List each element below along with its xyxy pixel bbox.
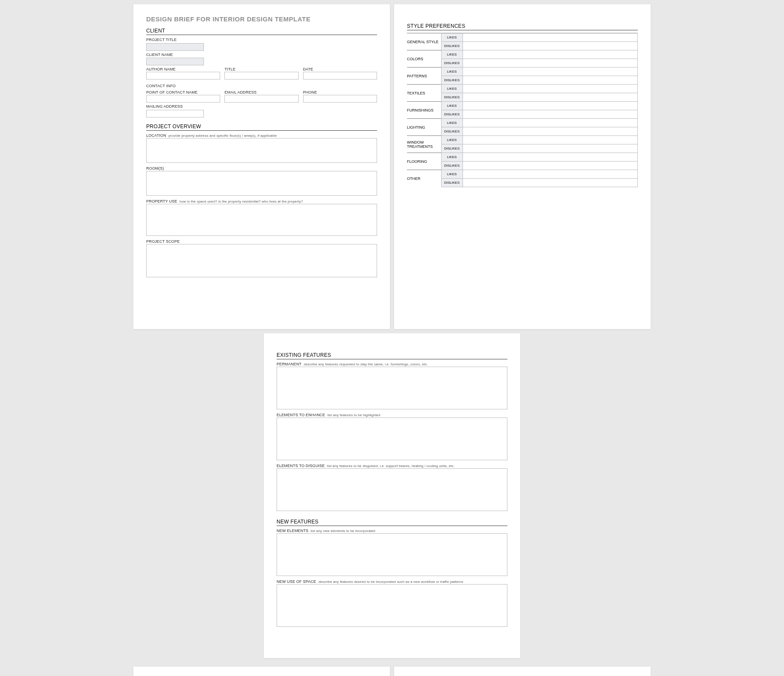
label-property-use: PROPERTY USE how is the space used? is t…	[146, 199, 377, 203]
label-likes: LIKES	[441, 33, 463, 42]
cat-flooring: FLOORING	[407, 153, 441, 170]
cat-patterns: PATTERNS	[407, 68, 441, 85]
page-style-preferences: STYLE PREFERENCES GENERAL STYLE LIKES DI…	[394, 4, 651, 329]
input-permanent[interactable]	[277, 367, 507, 409]
label-mailing-address: MAILING ADDRESS	[146, 104, 377, 109]
label-email: EMAIL ADDRESS	[224, 90, 298, 94]
input-other-dislikes[interactable]	[463, 179, 638, 187]
cat-other: OTHER	[407, 170, 441, 187]
label-phone: PHONE	[303, 90, 377, 94]
input-textiles-dislikes[interactable]	[463, 93, 638, 102]
label-date: DATE	[303, 67, 377, 71]
input-general-likes[interactable]	[463, 33, 638, 42]
cat-textiles: TEXTILES	[407, 85, 441, 102]
input-colors-dislikes[interactable]	[463, 59, 638, 68]
input-new-use[interactable]	[277, 584, 507, 627]
page-schedule-budget: SCHEDULE SCHEDULE OVERVIEW IMPORTANT MIL…	[394, 667, 651, 676]
label-title: TITLE	[224, 67, 298, 71]
label-enhance: ELEMENTS TO ENHANCE list any features to…	[277, 413, 507, 417]
input-other-likes[interactable]	[463, 170, 638, 179]
page-client: DESIGN BRIEF FOR INTERIOR DESIGN TEMPLAT…	[133, 4, 390, 329]
label-contact-info: CONTACT INFO	[146, 84, 377, 88]
label-client-name: CLIENT NAME	[146, 53, 377, 57]
label-dislikes: DISLIKES	[441, 42, 463, 50]
input-property-use[interactable]	[146, 204, 377, 236]
input-email[interactable]	[224, 95, 298, 103]
input-project-title[interactable]	[146, 43, 204, 51]
section-client: CLIENT	[146, 28, 377, 35]
input-general-dislikes[interactable]	[463, 42, 638, 50]
cat-general: GENERAL STYLE	[407, 33, 441, 50]
input-lighting-dislikes[interactable]	[463, 127, 638, 136]
label-disguise: ELEMENTS TO DISGUISE list any features t…	[277, 464, 507, 468]
input-furnishings-likes[interactable]	[463, 102, 638, 110]
label-permanent: PERMANENT describe any features requeste…	[277, 362, 507, 366]
input-enhance[interactable]	[277, 417, 507, 460]
input-phone[interactable]	[303, 95, 377, 103]
input-disguise[interactable]	[277, 468, 507, 511]
input-flooring-dislikes[interactable]	[463, 162, 638, 170]
label-location: LOCATION provide property address and sp…	[146, 133, 377, 138]
label-new-elements: NEW ELEMENTS list any new elements to be…	[277, 529, 507, 533]
label-project-scope: PROJECT SCOPE	[146, 239, 377, 244]
label-new-use: NEW USE OF SPACE describe any features d…	[277, 579, 507, 584]
label-rooms: ROOM(S)	[146, 166, 377, 170]
input-mailing-address[interactable]	[146, 110, 204, 118]
cat-furnishings: FURNISHINGS	[407, 102, 441, 119]
document-title: DESIGN BRIEF FOR INTERIOR DESIGN TEMPLAT…	[146, 15, 377, 23]
input-author-name[interactable]	[146, 72, 220, 79]
input-colors-likes[interactable]	[463, 50, 638, 59]
input-textiles-likes[interactable]	[463, 85, 638, 93]
input-flooring-likes[interactable]	[463, 153, 638, 162]
input-poc-name[interactable]	[146, 95, 220, 103]
section-project-overview: PROJECT OVERVIEW	[146, 123, 377, 131]
input-furnishings-dislikes[interactable]	[463, 110, 638, 119]
page-features: EXISTING FEATURES PERMANENT describe any…	[264, 333, 520, 658]
input-patterns-likes[interactable]	[463, 68, 638, 76]
label-poc-name: POINT OF CONTACT NAME	[146, 90, 220, 94]
input-lighting-likes[interactable]	[463, 119, 638, 127]
input-new-elements[interactable]	[277, 533, 507, 576]
cat-lighting: LIGHTING	[407, 119, 441, 136]
section-style-preferences: STYLE PREFERENCES	[407, 23, 638, 30]
input-location[interactable]	[146, 138, 377, 163]
label-author-name: AUTHOR NAME	[146, 67, 220, 71]
input-title[interactable]	[224, 72, 298, 79]
section-new-features: NEW FEATURES	[277, 519, 507, 526]
input-date[interactable]	[303, 72, 377, 79]
input-rooms[interactable]	[146, 171, 377, 196]
section-existing-features: EXISTING FEATURES	[277, 352, 507, 359]
input-client-name[interactable]	[146, 58, 204, 65]
input-window-dislikes[interactable]	[463, 144, 638, 153]
label-project-title: PROJECT TITLE	[146, 38, 377, 42]
cat-window: WINDOW TREATMENTS	[407, 136, 441, 153]
input-window-likes[interactable]	[463, 136, 638, 144]
input-patterns-dislikes[interactable]	[463, 76, 638, 85]
cat-colors: COLORS	[407, 50, 441, 68]
page-sketch: MEASUREMENTS AND FLOORPLAN SKETCH	[133, 667, 390, 676]
input-project-scope[interactable]	[146, 244, 377, 277]
style-pref-table: GENERAL STYLE LIKES DISLIKES COLORS LIKE…	[407, 33, 638, 187]
